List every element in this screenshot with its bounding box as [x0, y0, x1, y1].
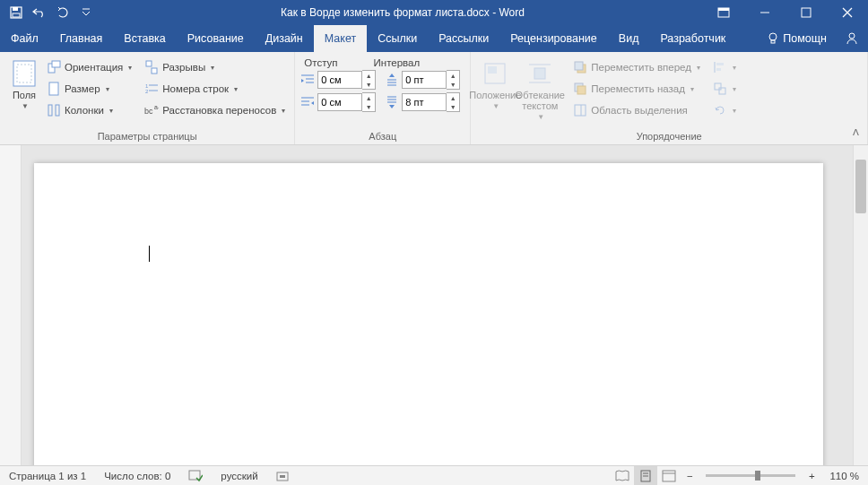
group-page-setup: Поля ▼ Ориентация▾ Размер▾ Колонки▾ Разр…: [0, 52, 295, 144]
close-button[interactable]: [827, 0, 868, 25]
titlebar: Как в Ворде изменить формат листа.docx -…: [0, 0, 868, 25]
margins-label: Поля: [13, 90, 36, 100]
group-label-page-setup: Параметры страницы: [5, 129, 289, 144]
group-paragraph: Отступ Интервал ▲▼ ▲▼: [295, 52, 471, 144]
group-arrange: Положение▼ Обтекание текстом▼ Переместит…: [471, 52, 868, 144]
lightbulb-icon: [767, 32, 779, 45]
tab-mailings[interactable]: Рассылки: [428, 25, 499, 52]
group-objects-button[interactable]: ▾: [709, 79, 740, 99]
spellcheck-status[interactable]: [179, 470, 212, 482]
window-controls: [703, 0, 868, 25]
undo-button[interactable]: [29, 2, 50, 23]
read-mode-button[interactable]: [611, 466, 634, 486]
share-button[interactable]: [836, 25, 868, 52]
indent-header: Отступ: [304, 57, 337, 68]
bring-forward-button[interactable]: Переместить вперед▾: [569, 57, 704, 77]
tell-me-button[interactable]: Помощн: [758, 25, 836, 52]
svg-rect-4: [718, 8, 729, 11]
tell-me-label: Помощн: [783, 32, 827, 45]
rotate-button[interactable]: ▾: [709, 100, 740, 120]
spacing-after-input[interactable]: [402, 93, 447, 111]
tab-layout[interactable]: Макет: [314, 25, 367, 52]
size-button[interactable]: Размер▾: [43, 79, 135, 99]
document-page[interactable]: [34, 163, 823, 465]
orientation-button[interactable]: Ориентация▾: [43, 57, 135, 77]
svg-text:bc: bc: [144, 107, 153, 116]
align-button[interactable]: ▾: [709, 57, 740, 77]
zoom-level[interactable]: 110 %: [820, 471, 868, 481]
statusbar: Страница 1 из 1 Число слов: 0 русский − …: [0, 465, 868, 485]
indent-left-spinner[interactable]: ▲▼: [300, 70, 376, 90]
align-icon: [713, 60, 727, 74]
spacing-before-icon: [385, 73, 399, 87]
svg-text:2: 2: [145, 89, 149, 94]
macro-status[interactable]: [267, 470, 298, 482]
zoom-slider[interactable]: [706, 474, 795, 477]
wrap-text-button[interactable]: Обтекание текстом▼: [514, 56, 566, 129]
zoom-in-button[interactable]: +: [803, 471, 820, 481]
tab-insert[interactable]: Вставка: [113, 25, 176, 52]
print-layout-button[interactable]: [634, 466, 657, 486]
group-icon: [713, 82, 727, 96]
minimize-button[interactable]: [744, 0, 786, 25]
ribbon-display-button[interactable]: [703, 0, 744, 25]
svg-rect-55: [189, 471, 200, 480]
document-area: [0, 145, 868, 465]
svg-rect-15: [52, 61, 60, 67]
svg-rect-40: [488, 66, 497, 74]
ribbon-tabs: Файл Главная Вставка Рисование Дизайн Ма…: [0, 25, 868, 52]
spacing-before-input[interactable]: [402, 71, 447, 89]
tab-developer[interactable]: Разработчик: [649, 25, 736, 52]
svg-rect-16: [49, 82, 58, 95]
selection-pane-button[interactable]: Область выделения: [569, 100, 704, 120]
margins-button[interactable]: Поля ▼: [5, 56, 43, 129]
svg-rect-48: [575, 105, 586, 116]
redo-button[interactable]: [52, 2, 74, 23]
group-label-arrange: Упорядочение: [476, 129, 862, 144]
spacing-after-spinner[interactable]: ▲▼: [385, 92, 460, 112]
maximize-button[interactable]: [786, 0, 827, 25]
svg-point-11: [849, 33, 855, 39]
indent-right-input[interactable]: [317, 93, 362, 111]
position-button[interactable]: Положение▼: [476, 56, 514, 129]
tab-references[interactable]: Ссылки: [367, 25, 428, 52]
columns-button[interactable]: Колонки▾: [43, 100, 135, 120]
save-button[interactable]: [5, 2, 27, 23]
hyphenation-button[interactable]: bca-Расстановка переносов▾: [141, 100, 289, 120]
word-count-status[interactable]: Число слов: 0: [95, 471, 179, 481]
svg-rect-41: [534, 68, 545, 79]
vertical-scrollbar[interactable]: [853, 145, 868, 465]
breaks-button[interactable]: Разрывы▾: [141, 57, 289, 77]
indent-left-input[interactable]: [317, 71, 362, 89]
line-numbers-icon: 12: [144, 82, 159, 96]
tab-home[interactable]: Главная: [49, 25, 114, 52]
page-number-status[interactable]: Страница 1 из 1: [0, 471, 95, 481]
hyphenation-icon: bca-: [144, 103, 159, 117]
spacing-before-spinner[interactable]: ▲▼: [385, 70, 460, 90]
line-numbers-button[interactable]: 12Номера строк▾: [141, 79, 289, 99]
margins-icon: [10, 59, 39, 88]
tab-file[interactable]: Файл: [0, 25, 49, 52]
svg-rect-54: [719, 88, 725, 94]
collapse-ribbon-button[interactable]: ᐱ: [848, 125, 863, 139]
qat-customize-button[interactable]: [75, 2, 97, 23]
columns-icon: [47, 103, 61, 117]
document-scroll[interactable]: [22, 145, 853, 465]
orientation-icon: [47, 60, 61, 74]
svg-rect-17: [48, 105, 52, 116]
tab-design[interactable]: Дизайн: [255, 25, 314, 52]
indent-right-icon: [300, 95, 315, 109]
send-backward-button[interactable]: Переместить назад▾: [569, 79, 704, 99]
indent-right-spinner[interactable]: ▲▼: [300, 92, 376, 112]
svg-rect-1: [13, 7, 18, 11]
zoom-out-button[interactable]: −: [681, 471, 699, 481]
scrollbar-thumb[interactable]: [855, 160, 866, 213]
vertical-ruler[interactable]: [0, 145, 22, 465]
tab-view[interactable]: Вид: [608, 25, 650, 52]
svg-rect-19: [146, 61, 152, 66]
web-layout-button[interactable]: [657, 466, 681, 486]
language-status[interactable]: русский: [212, 471, 266, 481]
tab-draw[interactable]: Рисование: [177, 25, 255, 52]
svg-rect-57: [280, 475, 285, 478]
tab-review[interactable]: Рецензирование: [499, 25, 608, 52]
